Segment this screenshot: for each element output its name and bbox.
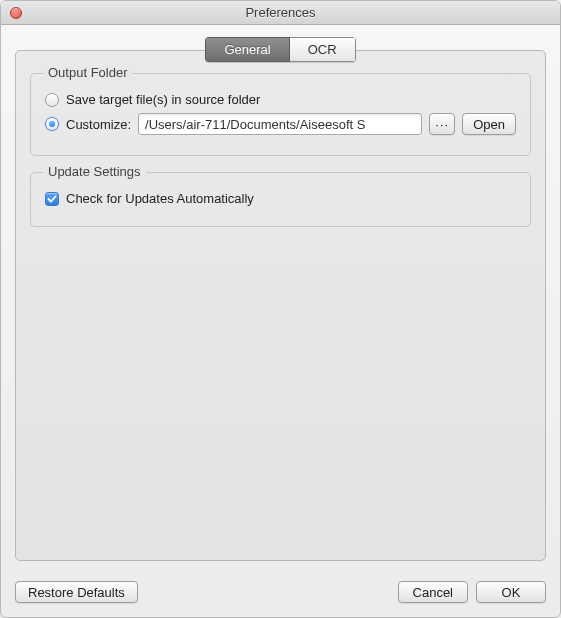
row-save-in-source[interactable]: Save target file(s) in source folder [45,92,516,107]
close-icon[interactable] [10,7,22,19]
row-auto-check[interactable]: Check for Updates Automatically [45,191,516,206]
checkbox-auto-update[interactable] [45,192,59,206]
label-save-in-source: Save target file(s) in source folder [66,92,260,107]
output-folder-legend: Output Folder [43,65,133,80]
footer: Restore Defaults Cancel OK [1,571,560,617]
radio-customize[interactable] [45,117,59,131]
update-settings-group: Update Settings Check for Updates Automa… [30,172,531,227]
tab-general[interactable]: General [205,37,289,62]
output-folder-group: Output Folder Save target file(s) in sou… [30,73,531,156]
radio-save-in-source[interactable] [45,93,59,107]
titlebar: Preferences [1,1,560,25]
tab-ocr[interactable]: OCR [290,37,356,62]
restore-defaults-button[interactable]: Restore Defaults [15,581,138,603]
window-title: Preferences [1,5,560,20]
check-icon [47,194,57,204]
label-auto-check: Check for Updates Automatically [66,191,254,206]
label-customize: Customize: [66,117,131,132]
customize-path-input[interactable]: /Users/air-711/Documents/Aiseesoft S [138,113,422,135]
ok-button[interactable]: OK [476,581,546,603]
update-settings-legend: Update Settings [43,164,146,179]
tab-panel-general: Output Folder Save target file(s) in sou… [15,50,546,561]
open-button[interactable]: Open [462,113,516,135]
content-area: General OCR Output Folder Save target fi… [1,25,560,571]
preferences-window: Preferences General OCR Output Folder Sa… [0,0,561,618]
row-customize: Customize: /Users/air-711/Documents/Aise… [45,113,516,135]
cancel-button[interactable]: Cancel [398,581,468,603]
tab-bar: General OCR [15,37,546,62]
tab-group: General OCR [205,37,355,62]
browse-button[interactable]: ··· [429,113,455,135]
